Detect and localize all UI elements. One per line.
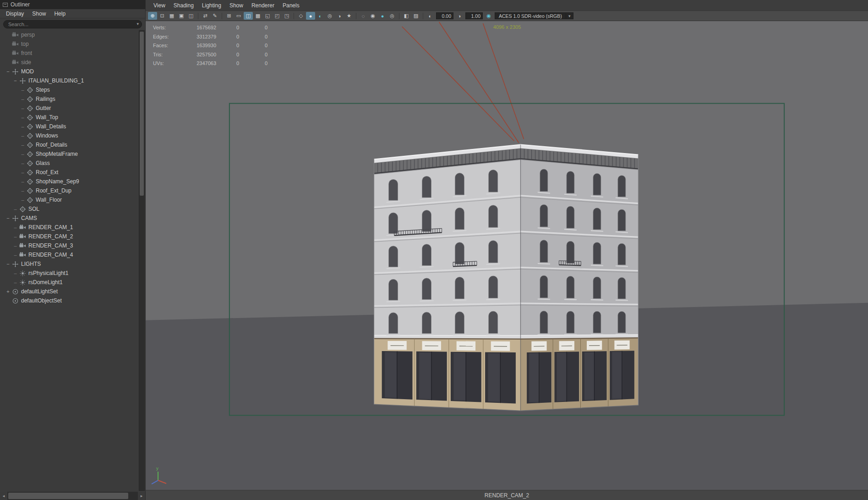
gamma-icon[interactable]: ◑ <box>455 12 464 20</box>
menu-help[interactable]: Help <box>50 10 70 17</box>
outliner-item-CAMS[interactable]: −CAMS <box>0 214 138 223</box>
camera-lock-icon[interactable]: ⊡ <box>158 12 167 20</box>
image-plane-icon[interactable]: ◫ <box>186 12 196 20</box>
scroll-right-arrow-icon[interactable]: ▸ <box>138 492 145 500</box>
outliner-item-ITALIAN_BUILDING_1[interactable]: −ITALIAN_BUILDING_1 <box>0 76 138 85</box>
menu-display[interactable]: Display <box>2 10 28 17</box>
outliner-item-Railings[interactable]: –Railings <box>0 94 138 104</box>
outliner-item-rsDomeLight1[interactable]: –rsDomeLight1 <box>0 278 138 287</box>
building-model[interactable] <box>374 144 639 411</box>
outliner-item-front[interactable]: front <box>0 49 138 58</box>
outliner-item-rsPhysicalLight1[interactable]: –rsPhysicalLight1 <box>0 269 138 278</box>
panel-menu-icon[interactable] <box>3 3 8 7</box>
outliner-item-Glass[interactable]: –Glass <box>0 159 138 168</box>
menu-renderer[interactable]: Renderer <box>247 1 278 10</box>
gamma-field[interactable]: 1.00 <box>465 12 483 19</box>
svg-text:y: y <box>156 466 158 471</box>
outliner-item-LIGHTS[interactable]: −LIGHTS <box>0 259 138 269</box>
outliner-item-MOD[interactable]: −MOD <box>0 67 138 76</box>
outliner-horizontal-scrollbar[interactable]: ◂ ▸ <box>0 492 145 500</box>
outliner-item-Wall_Top[interactable]: –Wall_Top <box>0 113 138 122</box>
hud-label: Tris: <box>153 50 181 60</box>
outliner-item-ShopName_Sep9[interactable]: –ShopName_Sep9 <box>0 177 138 186</box>
outliner-item-Wall_Details[interactable]: –Wall_Details <box>0 122 138 131</box>
collapse-icon[interactable]: − <box>5 261 11 267</box>
anti-alias-icon[interactable]: ● <box>378 12 387 20</box>
outliner-item-label: MOD <box>21 68 34 75</box>
isolate-select-icon[interactable]: ◧ <box>402 12 411 20</box>
view-transform-icon[interactable]: ◉ <box>484 12 493 20</box>
smooth-shade-icon[interactable]: ● <box>306 12 315 20</box>
viewport-canvas[interactable]: y Verts:167569200Edges:331237900Faces:16… <box>146 21 868 490</box>
field-chart-icon[interactable]: ◱ <box>263 12 272 20</box>
outliner-item-label: Wall_Details <box>36 123 66 130</box>
view-transform-select[interactable]: ACES 1.0 SDR-video (sRGB)▾ <box>495 12 573 19</box>
outliner-item-ShopMetalFrame[interactable]: –ShopMetalFrame <box>0 149 138 159</box>
exposure-icon[interactable]: ◐ <box>426 12 435 20</box>
hud-value: 0 <box>216 23 239 33</box>
ambient-occlusion-icon[interactable]: ◌ <box>359 12 368 20</box>
outliner-item-defaultLightSet[interactable]: +defaultLightSet <box>0 287 138 296</box>
outliner-item-Roof_Ext_Dup[interactable]: –Roof_Ext_Dup <box>0 186 138 195</box>
default-lighting-icon[interactable]: ★ <box>344 12 354 20</box>
outliner-item-defaultObjectSet[interactable]: defaultObjectSet <box>0 296 138 305</box>
scrollbar-thumb[interactable] <box>8 493 128 499</box>
grid-icon[interactable]: ⊞ <box>224 12 234 20</box>
hud-value: 1675692 <box>181 23 216 33</box>
expand-icon[interactable]: + <box>5 289 11 294</box>
depth-of-field-icon[interactable]: ◎ <box>388 12 397 20</box>
wireframe-icon[interactable]: ◇ <box>296 12 306 20</box>
scroll-left-arrow-icon[interactable]: ◂ <box>0 492 7 500</box>
outliner-item-side[interactable]: side <box>0 58 138 67</box>
safe-action-icon[interactable]: ◰ <box>273 12 282 20</box>
menu-shading[interactable]: Shading <box>169 1 198 10</box>
outliner-item-Roof_Details[interactable]: –Roof_Details <box>0 140 138 149</box>
select-tool-icon[interactable]: ⊕ <box>148 12 157 20</box>
use-default-material-icon[interactable]: ◎ <box>325 12 334 20</box>
motion-blur-icon[interactable]: ◉ <box>368 12 377 20</box>
outliner-item-persp[interactable]: persp <box>0 30 138 39</box>
scrollbar-track[interactable] <box>7 492 138 500</box>
hud-label: Faces: <box>153 41 181 50</box>
menu-panels[interactable]: Panels <box>278 1 304 10</box>
film-gate-icon[interactable]: ▭ <box>234 12 243 20</box>
chevron-down-icon[interactable]: ▾ <box>136 22 139 27</box>
camera-attributes-icon[interactable]: ▦ <box>167 12 176 20</box>
outliner-item-RENDER_CAM_1[interactable]: –RENDER_CAM_1 <box>0 223 138 232</box>
hud-value: 0 <box>216 50 239 60</box>
bookmarks-icon[interactable]: ▣ <box>177 12 186 20</box>
exposure-field[interactable]: 0.00 <box>436 12 453 19</box>
grease-pencil-icon[interactable]: ✎ <box>210 12 219 20</box>
outliner-item-SOL[interactable]: –SOL <box>0 204 138 214</box>
collapse-icon[interactable]: − <box>5 215 11 221</box>
menu-show[interactable]: Show <box>28 10 50 17</box>
collapse-icon[interactable]: − <box>5 69 11 74</box>
shadows-icon[interactable]: ◑ <box>335 12 344 20</box>
outliner-item-Gutter[interactable]: –Gutter <box>0 104 138 113</box>
outliner-item-RENDER_CAM_4[interactable]: –RENDER_CAM_4 <box>0 250 138 259</box>
gate-mask-icon[interactable]: ▩ <box>253 12 262 20</box>
search-input[interactable] <box>3 20 142 28</box>
outliner-item-RENDER_CAM_2[interactable]: –RENDER_CAM_2 <box>0 232 138 241</box>
outliner-item-top[interactable]: top <box>0 39 138 49</box>
hud-value: 0 <box>239 41 267 50</box>
outliner-item-label: Windows <box>36 132 58 139</box>
menu-show[interactable]: Show <box>225 1 247 10</box>
tree-connector: – <box>19 151 26 157</box>
menu-view[interactable]: View <box>149 1 169 10</box>
outliner-item-Wall_Floor[interactable]: –Wall_Floor <box>0 195 138 204</box>
resolution-gate-icon[interactable]: ◫ <box>244 12 253 20</box>
textured-icon[interactable]: ◐ <box>316 12 325 20</box>
menu-lighting[interactable]: Lighting <box>198 1 225 10</box>
pan-zoom-icon[interactable]: ⇄ <box>201 12 210 20</box>
hud-value: 0 <box>239 50 267 60</box>
outliner-item-Steps[interactable]: –Steps <box>0 85 138 94</box>
outliner-item-Windows[interactable]: –Windows <box>0 131 138 140</box>
outliner-vertical-scrollbar[interactable] <box>139 30 145 491</box>
safe-title-icon[interactable]: ◳ <box>282 12 291 20</box>
scrollbar-thumb[interactable] <box>140 32 144 196</box>
outliner-item-Roof_Ext[interactable]: –Roof_Ext <box>0 168 138 177</box>
xray-icon[interactable]: ▨ <box>411 12 420 20</box>
collapse-icon[interactable]: − <box>12 78 19 83</box>
outliner-item-RENDER_CAM_3[interactable]: –RENDER_CAM_3 <box>0 241 138 250</box>
